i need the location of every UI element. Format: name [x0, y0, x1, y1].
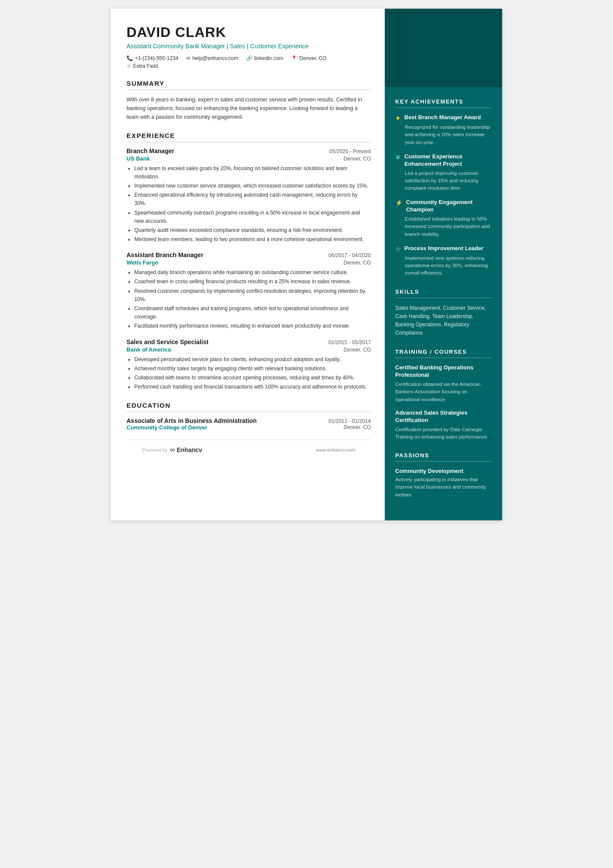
linkedin-icon: 🔗 [246, 55, 253, 61]
achievements-title: KEY ACHIEVEMENTS [395, 98, 492, 108]
exp-job-title-3: Sales and Service Specialist [127, 338, 208, 345]
summary-section: SUMMARY With over 8 years in banking, ex… [127, 80, 371, 121]
crown-icon: ♛ [395, 154, 401, 161]
exp-bullets-3: Developed personalized service plans for… [127, 355, 371, 392]
passion-item-1: Community Development Actively participa… [395, 468, 492, 499]
bullet-item: Enhanced operational efficiency by intro… [134, 191, 371, 208]
summary-text: With over 8 years in banking, expert in … [127, 95, 371, 121]
passion-title-1: Community Development [395, 468, 492, 474]
extra-field: ☆ Extra Field [127, 63, 371, 69]
phone-icon: 📞 [127, 55, 133, 61]
skills-text: Sales Management, Customer Service, Cash… [395, 304, 492, 338]
bullet-item: Mentored team members, leading to two pr… [134, 235, 371, 244]
skills-title: SKILLS [395, 288, 492, 298]
achievement-title-1: Best Branch Manager Award [404, 114, 481, 121]
contact-bar: 📞 +1-(234)-555-1234 ✉ help@enhancv.com 🔗… [127, 55, 371, 61]
contact-email: ✉ help@enhancv.com [186, 55, 238, 61]
education-title: EDUCATION [127, 402, 371, 412]
infinity-icon: ∞ [170, 446, 175, 454]
achievement-desc-4: Implemented new systems reducing operati… [395, 255, 492, 277]
training-title-2: Advanced Sales Strategies Certification [395, 409, 492, 424]
achievement-title-2: Customer Experience Enhancement Project [404, 153, 492, 168]
experience-section: EXPERIENCE Branch Manager 05/2020 - Pres… [127, 132, 371, 392]
exp-company-1: US Bank [127, 155, 150, 162]
exp-entry-branch-manager: Branch Manager 05/2020 - Present US Bank… [127, 147, 371, 244]
location-icon: 📍 [291, 55, 297, 61]
right-column: KEY ACHIEVEMENTS ★ Best Branch Manager A… [385, 9, 502, 520]
achievements-section: KEY ACHIEVEMENTS ★ Best Branch Manager A… [395, 98, 492, 277]
passion-desc-1: Actively participating in initiatives th… [395, 476, 492, 499]
exp-company-2: Wells Fargo [127, 259, 158, 266]
candidate-name: DAVID CLARK [127, 24, 371, 40]
contact-phone: 📞 +1-(234)-555-1234 [127, 55, 178, 61]
skills-section: SKILLS Sales Management, Customer Servic… [395, 288, 492, 338]
achievement-item-1: ★ Best Branch Manager Award Recognized f… [395, 114, 492, 146]
achievement-title-3: Community Engagement Champion [406, 199, 492, 214]
contact-location: 📍 Denver, CO [291, 55, 326, 61]
brand-name: Enhancv [177, 446, 202, 453]
footer-brand: Powered by ∞ Enhancv [142, 446, 202, 454]
exp-location-2: Denver, CO [343, 260, 371, 266]
bullet-item: Coordinated staff schedules and training… [134, 305, 371, 321]
summary-title: SUMMARY [127, 80, 371, 90]
powered-by-text: Powered by [142, 447, 167, 452]
footer: Powered by ∞ Enhancv www.enhancv.com [127, 439, 371, 460]
exp-location-1: Denver, CO [343, 156, 371, 162]
star-icon: ☆ [127, 63, 131, 69]
exp-dates-1: 05/2020 - Present [330, 148, 371, 154]
achievement-title-4: Process Improvement Leader [404, 245, 483, 252]
exp-dates-3: 01/2015 - 05/2017 [329, 339, 371, 345]
exp-dates-2: 06/2017 - 04/2020 [329, 252, 371, 258]
training-section: TRAINING / COURSES Certified Banking Ope… [395, 349, 492, 441]
education-section: EDUCATION Associate of Arts in Business … [127, 402, 371, 431]
star-outline-icon: ☆ [395, 245, 401, 253]
star-gold-icon: ★ [395, 114, 401, 122]
training-desc-1: Certification obtained via the American … [395, 381, 492, 403]
training-title-1: Certified Banking Operations Professiona… [395, 364, 492, 379]
training-item-2: Advanced Sales Strategies Certification … [395, 409, 492, 441]
achievement-item-3: ⚡ Community Engagement Champion Establis… [395, 199, 492, 238]
bullet-item: Collaborated with teams to streamline ac… [134, 374, 371, 382]
contact-linkedin: 🔗 linkedin.com [246, 55, 283, 61]
bullet-item: Resolved customer complaints by implemen… [134, 287, 371, 304]
achievement-desc-3: Established initiatives leading to 50% i… [395, 215, 492, 238]
left-column: DAVID CLARK Assistant Community Bank Man… [111, 9, 385, 520]
bullet-item: Led a team to exceed sales goals by 20%,… [134, 164, 371, 181]
exp-location-3: Denver, CO [343, 347, 371, 353]
exp-job-title-2: Assistant Branch Manager [127, 251, 203, 258]
achievement-item-4: ☆ Process Improvement Leader Implemented… [395, 245, 492, 277]
bullet-item: Facilitated monthly performance reviews,… [134, 322, 371, 330]
edu-location-1: Denver, CO [343, 424, 371, 431]
passions-section: PASSIONS Community Development Actively … [395, 452, 492, 499]
exp-bullets-2: Managed daily branch operations while ma… [127, 268, 371, 330]
bullet-item: Implemented new customer service strateg… [134, 182, 371, 190]
training-title: TRAINING / COURSES [395, 349, 492, 358]
bullet-item: Performed cash handling and financial tr… [134, 383, 371, 391]
exp-entry-sales-specialist: Sales and Service Specialist 01/2015 - 0… [127, 338, 371, 392]
exp-company-3: Bank of America [127, 346, 171, 353]
bullet-item: Quarterly audit reviews exceeded complia… [134, 226, 371, 235]
training-item-1: Certified Banking Operations Professiona… [395, 364, 492, 403]
bullet-item: Managed daily branch operations while ma… [134, 268, 371, 277]
footer-website: www.enhancv.com [316, 447, 355, 452]
bullet-item: Spearheaded community outreach programs … [134, 209, 371, 225]
training-desc-2: Certification provided by Dale Carnegie … [395, 426, 492, 441]
lightning-icon: ⚡ [395, 199, 403, 207]
candidate-title: Assistant Community Bank Manager | Sales… [127, 42, 371, 51]
header: DAVID CLARK Assistant Community Bank Man… [127, 24, 371, 69]
achievement-item-2: ♛ Customer Experience Enhancement Projec… [395, 153, 492, 192]
right-col-top-decoration [385, 9, 502, 87]
bullet-item: Coached team in cross-selling financial … [134, 278, 371, 286]
email-icon: ✉ [186, 55, 190, 61]
exp-job-title-1: Branch Manager [127, 147, 174, 154]
resume-container: DAVID CLARK Assistant Community Bank Man… [111, 9, 502, 520]
edu-dates-1: 01/2012 - 01/2014 [329, 418, 371, 424]
bullet-item: Achieved monthly sales targets by engagi… [134, 365, 371, 373]
passions-title: PASSIONS [395, 452, 492, 462]
exp-entry-assistant-branch-manager: Assistant Branch Manager 06/2017 - 04/20… [127, 251, 371, 330]
exp-bullets-1: Led a team to exceed sales goals by 20%,… [127, 164, 371, 244]
edu-school-1: Community College of Denver [127, 424, 207, 431]
achievement-desc-2: Led a project improving customer satisfa… [395, 170, 492, 192]
bullet-item: Developed personalized service plans for… [134, 355, 371, 364]
achievement-desc-1: Recognized for outstanding leadership an… [395, 124, 492, 146]
